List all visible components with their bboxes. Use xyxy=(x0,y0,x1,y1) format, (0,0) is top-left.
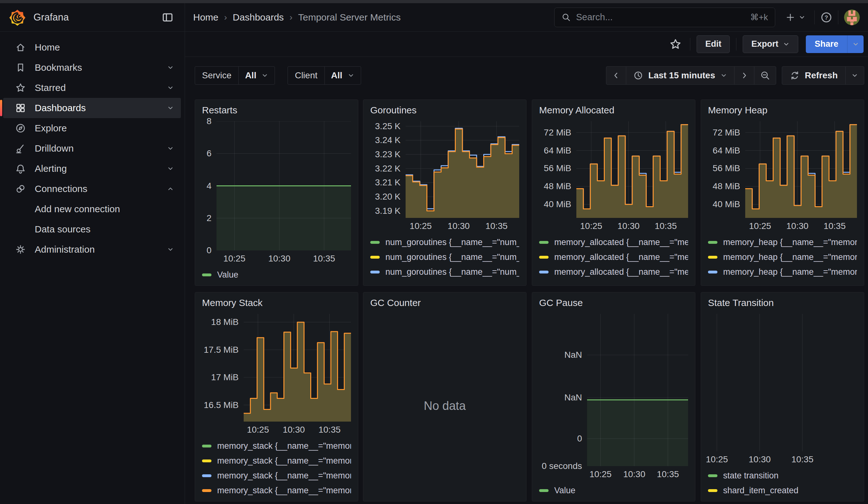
legend-item[interactable]: memory_allocated {__name__="memo xyxy=(539,235,688,250)
legend-item[interactable]: state transition xyxy=(708,468,857,483)
client-filter-value[interactable]: All xyxy=(325,66,361,84)
sidebar-item-home[interactable]: Home xyxy=(3,37,181,58)
time-range-picker[interactable]: Last 15 minutes xyxy=(626,66,734,84)
panel-title[interactable]: GC Counter xyxy=(370,298,519,314)
legend-item[interactable]: Value xyxy=(202,267,351,282)
sidebar-item-alerting[interactable]: Alerting xyxy=(3,158,181,179)
sidebar-item-administration[interactable]: Administration xyxy=(3,239,181,260)
search-input[interactable]: Search... ⌘+k xyxy=(554,8,775,27)
legend-item[interactable]: memory_allocated {__name__="memo xyxy=(539,250,688,265)
legend-item[interactable]: memory_heap {__name__="memory_h xyxy=(708,235,857,250)
x-axis-tick-label: 10:35 xyxy=(791,454,813,464)
sidebar-item-dashboards[interactable]: Dashboards xyxy=(3,98,181,118)
legend-series-swatch xyxy=(202,445,211,448)
client-filter: Client All xyxy=(288,66,361,85)
breadcrumb-dashboards[interactable]: Dashboards xyxy=(232,12,284,23)
refresh-interval-button[interactable] xyxy=(846,66,864,84)
panel-title[interactable]: Restarts xyxy=(202,105,351,121)
chevron-down-icon xyxy=(783,41,790,48)
share-dropdown-button[interactable] xyxy=(847,35,864,53)
legend-item[interactable]: memory_stack {__name__="memory_s xyxy=(202,483,351,498)
time-shift-back-button[interactable] xyxy=(606,66,626,84)
legend-series-label: memory_stack {__name__="memory_s xyxy=(217,456,351,466)
panel-title[interactable]: Goroutines xyxy=(370,105,519,121)
legend-item[interactable]: num_goroutines {__name__="num_go xyxy=(370,265,519,279)
x-axis-tick-label: 10:25 xyxy=(224,254,246,264)
zoom-out-button[interactable] xyxy=(754,66,776,84)
legend-item[interactable]: memory_stack {__name__="memory_s xyxy=(202,453,351,468)
breadcrumb-separator: › xyxy=(224,12,227,22)
x-axis-tick-label: 10:35 xyxy=(313,254,335,264)
y-axis-tick-label: 72 MiB xyxy=(713,127,740,138)
sidebar-item-add-new-connection[interactable]: Add new connection xyxy=(3,199,181,219)
sidebar-item-label: Connections xyxy=(35,184,87,194)
legend-series-swatch xyxy=(539,256,549,259)
refresh-button[interactable]: Refresh xyxy=(782,66,846,84)
legend-item[interactable]: memory_stack {__name__="memory_s xyxy=(202,468,351,483)
share-button[interactable]: Share xyxy=(806,35,847,53)
legend-item[interactable]: memory_heap {__name__="memory_h xyxy=(708,250,857,265)
legend-item[interactable]: shard_item_created xyxy=(708,483,857,498)
zoom-out-icon xyxy=(760,70,770,81)
legend-series-label: memory_heap {__name__="memory_h xyxy=(723,252,857,262)
plot-area[interactable] xyxy=(217,121,351,250)
legend-item[interactable]: memory_stack {__name__="memory_s xyxy=(202,439,351,453)
new-button[interactable] xyxy=(782,9,809,26)
y-axis-tick-label: 3.21 K xyxy=(375,177,401,187)
x-axis-tick-label: 10:30 xyxy=(786,221,808,231)
x-axis-tick-label: 10:25 xyxy=(247,425,269,435)
panel-gc-pause: GC PauseNaNNaN00 seconds10:2510:3010:35V… xyxy=(532,292,695,502)
plot-area[interactable] xyxy=(406,121,519,218)
help-icon: ? xyxy=(820,11,832,23)
help-button[interactable]: ? xyxy=(820,9,832,26)
plot-area[interactable] xyxy=(708,314,857,451)
plot-area[interactable] xyxy=(587,314,688,466)
panel-memory-heap: Memory Heap72 MiB64 MiB56 MiB48 MiB40 Mi… xyxy=(701,100,864,286)
sidebar-item-drilldown[interactable]: Drilldown xyxy=(3,138,181,158)
legend-item[interactable]: num_goroutines {__name__="num_go xyxy=(370,279,519,282)
x-axis-tick-label: 10:25 xyxy=(590,469,612,480)
sidebar-item-data-sources[interactable]: Data sources xyxy=(3,219,181,239)
breadcrumb-home[interactable]: Home xyxy=(193,12,218,23)
sidebar-item-explore[interactable]: Explore xyxy=(3,118,181,138)
sidebar-item-connections[interactable]: Connections xyxy=(3,179,181,199)
legend-item[interactable]: num_goroutines {__name__="num_go xyxy=(370,250,519,265)
legend-item[interactable]: memory_allocated {__name__="memo xyxy=(539,279,688,282)
avatar[interactable] xyxy=(844,10,860,25)
legend-item[interactable]: memory_allocated {__name__="memo xyxy=(539,265,688,279)
panel-title[interactable]: State Transition xyxy=(708,298,857,314)
y-axis-tick-label: 2 xyxy=(206,213,211,223)
plot-area[interactable] xyxy=(244,314,351,422)
plot-area[interactable] xyxy=(745,121,857,218)
export-button[interactable]: Export xyxy=(743,35,798,53)
legend-series-swatch xyxy=(539,271,549,274)
panel-title[interactable]: GC Pause xyxy=(539,298,688,314)
panel-title[interactable]: Memory Allocated xyxy=(539,105,688,121)
x-axis: 10:2510:3010:35 xyxy=(576,218,688,233)
y-axis-tick-label: 3.19 K xyxy=(375,206,401,216)
time-controls: Last 15 minutes Refresh xyxy=(606,66,864,85)
sidebar-item-starred[interactable]: Starred xyxy=(3,78,181,98)
panel-title[interactable]: Memory Stack xyxy=(202,298,351,314)
panel-title[interactable]: Memory Heap xyxy=(708,105,857,121)
sidebar-item-bookmarks[interactable]: Bookmarks xyxy=(3,58,181,78)
legend-series-label: num_goroutines {__name__="num_go xyxy=(385,252,519,262)
divider xyxy=(736,38,736,51)
favorite-star-icon[interactable] xyxy=(667,36,684,52)
legend-item[interactable]: num_goroutines {__name__="num_go xyxy=(370,235,519,250)
plot-area[interactable] xyxy=(576,121,688,218)
time-shift-forward-button[interactable] xyxy=(734,66,754,84)
legend-item[interactable]: memory_heap {__name__="memory_h xyxy=(708,265,857,279)
sidebar-item-label: Data sources xyxy=(35,224,91,235)
panel-goroutines: Goroutines3.25 K3.24 K3.23 K3.22 K3.21 K… xyxy=(363,100,526,286)
x-axis-tick-label: 10:25 xyxy=(410,221,432,231)
legend-item[interactable]: Value xyxy=(539,483,688,498)
sidebar-collapse-icon[interactable] xyxy=(159,9,176,25)
x-axis-tick-label: 10:25 xyxy=(706,454,728,464)
edit-button[interactable]: Edit xyxy=(696,35,730,53)
legend-series-label: memory_stack {__name__="memory_s xyxy=(217,471,351,481)
legend-item[interactable]: memory_heap {__name__="memory_h xyxy=(708,279,857,282)
legend-series-swatch xyxy=(370,271,380,274)
service-filter-value[interactable]: All xyxy=(239,66,275,84)
y-axis-tick-label: 16.5 MiB xyxy=(204,400,239,410)
